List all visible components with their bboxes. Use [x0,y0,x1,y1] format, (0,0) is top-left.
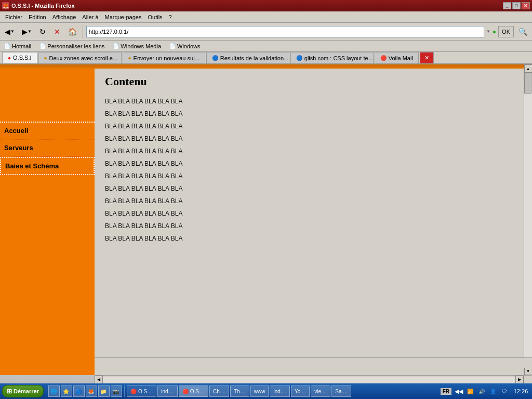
quick-launch-6[interactable]: 📷 [111,385,122,397]
tab-label-envoyer: Envoyer un nouveau suj... [134,55,200,61]
start-button[interactable]: ⊞ Démarrer [2,385,44,397]
go-label: OK [502,29,510,35]
scroll-left-arrow[interactable]: ◀ [95,376,103,384]
menu-help[interactable]: ? [166,13,175,21]
forward-button[interactable]: ▶ ▼ [19,25,34,38]
tab-label-voila: Voila Mail [389,55,413,61]
home-button[interactable]: 🏠 [65,25,79,38]
window-title: O.S.S.I - Mozilla Firefox [11,3,75,9]
tab-envoyer[interactable]: ● Envoyer un nouveau suj... [123,52,205,63]
bookmark-icon-personnaliser: 📄 [39,43,46,49]
taskbar-window-th[interactable]: Th.... [230,385,249,397]
browser-frame: 🦊 O.S.S.I - Mozilla Firefox _ □ ✕ Fichie… [0,0,532,383]
minimize-button[interactable]: _ [503,2,511,9]
menu-affichage[interactable]: Affichage [49,13,79,21]
content-title: Contenu [105,75,513,88]
bookmark-label-windows: Windows [177,43,201,49]
taskbar-window-www[interactable]: www [250,385,269,397]
taskbar-ossi-icon: 🔴 [130,389,137,394]
bookmark-label-windows-media: Windows Media [121,43,161,49]
tab-label-glish: glish.com : CSS layout te... [304,55,373,61]
tab-deux-zones[interactable]: ● Deux zones avec scroll e... [38,52,122,63]
horizontal-scroll-track[interactable] [103,377,515,383]
bottom-scrollbar[interactable]: ◀ ▶ [95,375,524,383]
clock: 12:26 [512,388,530,394]
tab-voila-mail[interactable]: 🔴 Voila Mail [375,52,419,63]
tab-resultats[interactable]: 🔵 Resultats de la validation... [206,52,289,63]
taskbar-window-sa[interactable]: Sa.... [331,385,351,397]
search-button[interactable]: 🔍 [516,25,530,38]
quick-launch-5[interactable]: 📁 [98,385,110,397]
right-scrollbar[interactable]: ▲ ▼ [524,64,532,375]
quick-launch-4[interactable]: 🦊 [86,385,97,397]
scroll-right-arrow[interactable]: ▶ [515,376,524,384]
quick-launch-3[interactable]: 🔵 [73,385,85,397]
maximize-button[interactable]: □ [512,2,521,9]
close-all-icon: ✕ [424,55,429,61]
tab-icon-voila: 🔴 [380,55,387,61]
stop-icon: ✕ [54,28,60,36]
start-label: Démarrer [14,388,39,394]
sidebar-item-serveurs[interactable]: Serveurs [0,140,95,156]
taskbar-window-ossi[interactable]: 🔴 O.S.... [127,385,156,397]
tab-glish[interactable]: 🔵 glish.com : CSS layout te... [290,52,374,63]
back-button[interactable]: ◀ ▼ [2,25,17,38]
tab-ossi[interactable]: ● O.S.S.I [2,52,37,63]
close-button[interactable]: ✕ [522,2,530,9]
tab-close-all[interactable]: ✕ [420,52,434,63]
dropdown-arrow[interactable]: ▼ [486,29,490,34]
menu-fichier[interactable]: Fichier [2,13,25,21]
titlebar-controls: _ □ ✕ [503,2,530,9]
bookmark-windows-media[interactable]: 📄 Windows Media [111,42,163,50]
taskbar-window-ind2[interactable]: ind.... [270,385,289,397]
sidebar-item-accueil[interactable]: Accueil [0,123,95,139]
menu-marque-pages[interactable]: Marque-pages [102,13,145,21]
taskbar-window-ossi2[interactable]: 🔴 O.S.... [179,385,208,397]
content-line: BLA BLA BLA BLA BLA BLA [105,172,513,180]
taskbar-window-vie[interactable]: vie.... [311,385,330,397]
bookmark-label-hotmail: Hotmail [12,43,31,49]
stop-button[interactable]: ✕ [51,25,63,38]
address-input[interactable] [86,26,484,37]
bookmark-hotmail[interactable]: 📄 Hotmail [2,42,33,50]
menu-outils[interactable]: Outils [144,13,165,21]
scroll-up-arrow[interactable]: ▲ [524,64,533,73]
home-icon: 🏠 [68,28,77,36]
go-button[interactable]: OK [498,26,514,37]
content-line: BLA BLA BLA BLA BLA BLA [105,110,513,117]
scroll-track[interactable] [524,73,533,367]
content-line: BLA BLA BLA BLA BLA BLA [105,98,513,105]
tray-icon-4: 👤 [489,387,497,395]
scroll-down-arrow[interactable]: ▼ [524,367,533,375]
content-line: BLA BLA BLA BLA BLA BLA [105,160,513,167]
content-line: BLA BLA BLA BLA BLA BLA [105,210,513,217]
sidebar: Accueil Serveurs Baies et Schéma [0,64,95,375]
sidebar-item-baies[interactable]: Baies et Schéma [0,157,95,175]
menu-aller[interactable]: Aller à [79,13,101,21]
taskbar-window-ch[interactable]: Ch.... [209,385,229,397]
content-line: BLA BLA BLA BLA BLA BLA [105,185,513,192]
forward-icon: ▶ [22,28,28,36]
firefox-icon: 🦊 [2,2,9,9]
menu-edition[interactable]: Edition [25,13,49,21]
tray-icon-1: ◀◀ [455,388,463,395]
content-line: BLA BLA BLA BLA BLA BLA [105,197,513,205]
quick-launch-ie[interactable]: 🌐 [48,385,60,397]
taskbar-window-ind1[interactable]: ind.... [157,385,177,397]
taskbar-window-yo[interactable]: Yo.... [291,385,310,397]
bookmarks-bar: 📄 Hotmail 📄 Personnaliser les liens 📄 Wi… [0,41,532,52]
scrollbar-corner [524,375,532,383]
tab-icon-ossi: ● [8,55,11,61]
bookmark-windows[interactable]: 📄 Windows [167,42,203,50]
content-line: BLA BLA BLA BLA BLA BLA [105,148,513,155]
system-tray: FR ◀◀ 📶 🔊 👤 🛡 12:26 [441,387,530,395]
tab-label-ossi: O.S.S.I [13,55,31,61]
lang-indicator: FR [441,388,451,395]
quick-launch-2[interactable]: ⭐ [61,385,72,397]
launch-2-icon: ⭐ [63,389,69,394]
tray-icon-5: 🛡 [500,387,509,395]
address-bar: ▼ [86,26,490,37]
bookmark-personnaliser[interactable]: 📄 Personnaliser les liens [37,42,107,50]
scroll-thumb[interactable] [524,73,531,94]
reload-button[interactable]: ↻ [36,25,49,38]
